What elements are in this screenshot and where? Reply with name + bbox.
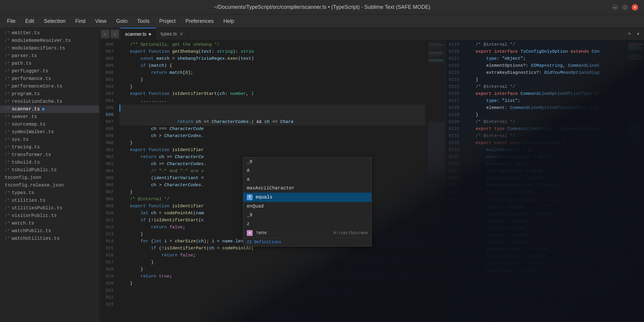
right-line-numbers: 6219 6220 6221 6222 6223 6224 6225 6226 … bbox=[445, 40, 463, 322]
autocomplete-dropdown[interactable]: _0 A a maxAsciiCharacter f equals bbox=[243, 157, 372, 246]
right-line-6249: enQuad = 0x2000, bbox=[465, 218, 626, 225]
sidebar-file-scanner[interactable]: /*scanner.ts bbox=[0, 105, 99, 113]
sidebar-file-program[interactable]: /*program.ts bbox=[0, 90, 99, 98]
sidebar-file-visitorPublic[interactable]: /*visitorPublic.ts bbox=[0, 212, 99, 220]
svg-rect-22 bbox=[628, 56, 643, 57]
menu-tools[interactable]: Tools bbox=[133, 17, 154, 26]
right-line-6229: type: "list"; bbox=[465, 97, 626, 105]
sidebar-file-moduleSpecifiers[interactable]: /*moduleSpecifiers.ts bbox=[0, 44, 99, 52]
svg-rect-11 bbox=[429, 61, 444, 61]
sidebar-file-perfLogger[interactable]: /*perfLogger.ts bbox=[0, 67, 99, 75]
tab-add-button[interactable]: + bbox=[625, 30, 634, 38]
code-line-889: if (match) { bbox=[119, 62, 425, 69]
right-line-6256: figureSpace = 0x2007, bbox=[465, 267, 626, 274]
sidebar-file-tsbuild[interactable]: /*tsbuild.ts bbox=[0, 159, 99, 166]
right-line-6234: /* @internal */ bbox=[465, 119, 626, 126]
code-editor: 886 887 888 889 890 891 892 893 894 895 … bbox=[100, 40, 644, 322]
sidebar-file-tsbuildPublic[interactable]: /*tsbuildPublic.ts bbox=[0, 166, 99, 174]
sidebar-file-tsconfig-release[interactable]: tsconfig.release.json bbox=[0, 181, 99, 189]
sidebar-file-path[interactable]: /*path.ts bbox=[0, 60, 99, 67]
ac-icon-s: s bbox=[247, 230, 253, 236]
title-bar: ~/Documents/TypeScript/src/compiler/scan… bbox=[0, 0, 644, 15]
ac-item-enQuad[interactable]: enQuad bbox=[243, 202, 371, 211]
menu-project[interactable]: Project bbox=[155, 17, 180, 26]
ac-item-equals[interactable]: f equals bbox=[243, 193, 371, 202]
sidebar-file-watchPublic[interactable]: /*watchPublic.ts bbox=[0, 227, 99, 235]
code-line-895: .......... bbox=[119, 97, 425, 105]
sidebar-file-utilities[interactable]: /*utilities.ts bbox=[0, 197, 99, 204]
menu-help[interactable]: Help bbox=[219, 17, 238, 26]
tab-nav-left[interactable]: ‹ bbox=[101, 30, 109, 38]
svg-rect-15 bbox=[628, 43, 642, 44]
code-line-901: export function isIdentifier bbox=[119, 147, 425, 154]
sidebar-file-types[interactable]: /*types.ts bbox=[0, 189, 99, 197]
svg-rect-19 bbox=[628, 49, 641, 49]
sidebar-file-performance[interactable]: /*performance.ts bbox=[0, 75, 99, 83]
sidebar-file-performanceCore[interactable]: /*performanceCore.ts bbox=[0, 83, 99, 90]
svg-rect-9 bbox=[429, 56, 440, 57]
right-line-6223: extraKeyDiagnostics?: DidYouMeanOptionsD… bbox=[465, 69, 626, 76]
svg-rect-13 bbox=[428, 122, 444, 175]
minimize-button[interactable]: — bbox=[612, 4, 618, 11]
code-line-887: export function getShebang(text: string)… bbox=[119, 48, 425, 55]
ac-definitions[interactable]: 22 Definitions bbox=[243, 238, 371, 246]
left-line-numbers: 886 887 888 889 890 891 892 893 894 895 … bbox=[100, 40, 117, 322]
menu-file[interactable]: File bbox=[3, 17, 20, 26]
left-minimap-svg bbox=[427, 40, 445, 304]
sidebar-file-parser[interactable]: /*parser.ts bbox=[0, 52, 99, 60]
ac-item-0[interactable]: _0 bbox=[243, 157, 371, 166]
sidebar-file-moduleNameResolver[interactable]: /*moduleNameResolver.ts bbox=[0, 37, 99, 44]
menu-selection[interactable]: Selection bbox=[40, 17, 70, 26]
menu-find[interactable]: Find bbox=[71, 17, 90, 26]
sidebar-file-tsconfig[interactable]: tsconfig.json bbox=[0, 174, 99, 181]
tab-nav-right[interactable]: › bbox=[111, 30, 119, 38]
right-line-6252: emSpace = 0x2003, bbox=[465, 239, 626, 246]
close-button[interactable]: ✕ bbox=[632, 4, 638, 11]
right-line-6227: /* @internal */ bbox=[465, 83, 626, 90]
left-pane: 886 887 888 889 890 891 892 893 894 895 … bbox=[100, 40, 445, 322]
svg-rect-3 bbox=[429, 46, 442, 47]
sidebar-file-symbolWalker[interactable]: /*symbolWalker.ts bbox=[0, 128, 99, 136]
ac-item-9[interactable]: _9 bbox=[243, 211, 371, 220]
ac-item-z[interactable]: z bbox=[243, 220, 371, 228]
sidebar-file-transformer[interactable]: /*transformer.ts bbox=[0, 151, 99, 159]
right-pane: 6219 6220 6221 6222 6223 6224 6225 6226 … bbox=[445, 40, 644, 322]
menu-goto[interactable]: Goto bbox=[112, 17, 132, 26]
sidebar-file-tracing[interactable]: /*tracing.ts bbox=[0, 143, 99, 151]
sidebar-file-sys[interactable]: /*sys.ts bbox=[0, 136, 99, 143]
right-line-6250: emQuad = 0x2001, bbox=[465, 225, 626, 232]
tab-types-close[interactable]: ✕ bbox=[179, 32, 184, 36]
ac-item-maxAsciiCharacter[interactable]: maxAsciiCharacter bbox=[243, 184, 371, 193]
ac-item-a[interactable]: a bbox=[243, 175, 371, 184]
right-minimap bbox=[628, 40, 644, 322]
right-line-6219: /* @internal */ bbox=[465, 41, 626, 48]
menu-preferences[interactable]: Preferences bbox=[181, 17, 218, 26]
ac-item-A[interactable]: A bbox=[243, 166, 371, 175]
sidebar-file-watch[interactable]: /*watch.ts bbox=[0, 220, 99, 227]
sidebar-file-emitter[interactable]: /*emitter.ts bbox=[0, 29, 99, 37]
right-line-6231: } bbox=[465, 112, 626, 119]
tab-types[interactable]: types.ts ✕ bbox=[156, 28, 189, 40]
menu-edit[interactable]: Edit bbox=[21, 17, 38, 26]
right-line-6246b: // Unicode 3.0 space characters bbox=[465, 197, 626, 204]
sidebar-file-watchUtilities[interactable]: /*watchUtilities.ts bbox=[0, 235, 99, 242]
right-line-6245: paragraphSeparator = 0x2029, bbox=[465, 182, 626, 189]
right-line-6240: maxAsciiCharacter = 0x7F, bbox=[465, 154, 626, 161]
menu-view[interactable]: View bbox=[91, 17, 111, 26]
svg-rect-7 bbox=[429, 53, 444, 54]
svg-rect-20 bbox=[628, 50, 634, 51]
window-controls: — □ ✕ bbox=[612, 4, 638, 11]
right-code-lines[interactable]: /* @internal */ export interface TsConfi… bbox=[463, 40, 628, 322]
sidebar-file-resolutionCache[interactable]: /*resolutionCache.ts bbox=[0, 98, 99, 105]
code-line-897: ch === CharacterCode bbox=[119, 126, 425, 133]
tab-list-button[interactable]: ▾ bbox=[634, 30, 643, 38]
sidebar-file-semver[interactable]: /*semver.ts bbox=[0, 113, 99, 121]
code-line-888: const match = shebangTriviaRegex.exec(te… bbox=[119, 55, 425, 62]
ac-item-env[interactable]: s !env #!/usr/bin/env bbox=[243, 228, 371, 238]
maximize-button[interactable]: □ bbox=[622, 4, 628, 11]
sidebar-file-sourcemap[interactable]: /*sourcemap.ts bbox=[0, 121, 99, 128]
sidebar-file-utilitiesPublic[interactable]: /*utilitiesPublic.ts bbox=[0, 204, 99, 212]
tab-scanner[interactable]: scanner.ts bbox=[120, 28, 156, 40]
right-code-content[interactable]: 6219 6220 6221 6222 6223 6224 6225 6226 … bbox=[445, 40, 644, 322]
svg-rect-21 bbox=[628, 55, 640, 55]
